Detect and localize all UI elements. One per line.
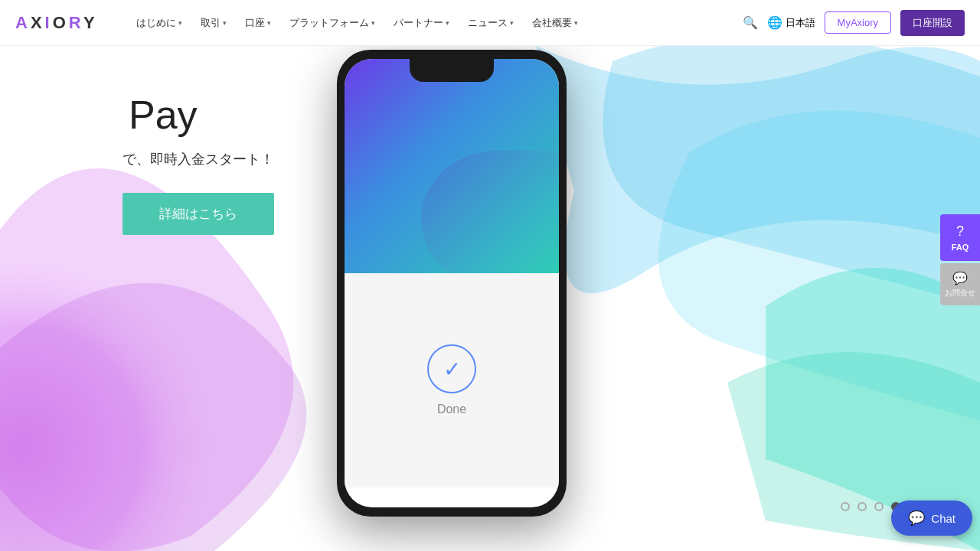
checkmark-icon: ✓ xyxy=(443,357,461,382)
inquiry-icon: 💬 xyxy=(952,271,968,285)
side-inquiry-button[interactable]: 💬 お問合せ xyxy=(940,263,980,305)
globe-icon: 🌐 xyxy=(767,15,782,30)
chat-label: Chat xyxy=(931,512,956,525)
phone-notch xyxy=(410,59,494,82)
question-icon: ? xyxy=(956,223,964,240)
hero-section: Pay で、即時入金スタート！ 詳細はこちら ✓ Done xyxy=(0,0,980,551)
logo[interactable]: AXIORY xyxy=(15,13,98,33)
chevron-icon: ▾ xyxy=(446,19,449,27)
nav-item-koza[interactable]: 口座 ▾ xyxy=(237,11,279,34)
nav-item-news[interactable]: ニュース ▾ xyxy=(460,11,521,34)
applepay-logo: Pay xyxy=(122,92,274,138)
chat-button[interactable]: 💬 Chat xyxy=(891,500,972,536)
checkmark-circle: ✓ xyxy=(427,344,476,393)
main-header: AXIORY はじめに ▾ 取引 ▾ 口座 ▾ プラットフォーム ▾ パートナー… xyxy=(0,0,980,46)
carousel-dot-0[interactable] xyxy=(841,502,850,511)
hero-content: Pay で、即時入金スタート！ 詳細はこちら xyxy=(122,92,274,235)
nav-item-partner[interactable]: パートナー ▾ xyxy=(386,11,457,34)
hero-subtitle: で、即時入金スタート！ xyxy=(122,150,274,168)
phone-screen: ✓ Done xyxy=(345,59,559,507)
inquiry-label: お問合せ xyxy=(945,289,975,298)
open-account-button[interactable]: 口座開設 xyxy=(900,10,965,36)
search-button[interactable]: 🔍 xyxy=(743,15,758,30)
phone-card-wave xyxy=(421,151,559,273)
main-nav: はじめに ▾ 取引 ▾ 口座 ▾ プラットフォーム ▾ パートナー ▾ ニュース… xyxy=(129,11,743,34)
nav-item-company[interactable]: 会社概要 ▾ xyxy=(524,11,586,34)
nav-item-hajimeni[interactable]: はじめに ▾ xyxy=(129,11,190,34)
header-right: 🔍 🌐 日本語 MyAxiory 口座開設 xyxy=(743,10,965,36)
carousel-dot-1[interactable] xyxy=(858,502,867,511)
chevron-icon: ▾ xyxy=(223,19,227,27)
pay-text: Pay xyxy=(129,92,198,138)
chevron-icon: ▾ xyxy=(574,19,578,27)
done-label: Done xyxy=(437,403,466,416)
chevron-icon: ▾ xyxy=(178,19,182,27)
phone-mockup: ✓ Done xyxy=(329,50,574,540)
faq-label: FAQ xyxy=(952,243,969,252)
carousel-dot-2[interactable] xyxy=(874,502,884,511)
chevron-icon: ▾ xyxy=(267,19,271,27)
myaxiory-button[interactable]: MyAxiory xyxy=(825,11,891,34)
side-faq-button[interactable]: ? FAQ xyxy=(940,214,980,261)
phone-outer: ✓ Done xyxy=(337,50,567,517)
phone-card-area xyxy=(345,59,559,273)
chevron-icon: ▾ xyxy=(510,19,514,27)
details-button[interactable]: 詳細はこちら xyxy=(122,193,274,235)
chat-icon: 💬 xyxy=(908,510,925,527)
language-selector[interactable]: 🌐 日本語 xyxy=(767,15,815,30)
chevron-icon: ▾ xyxy=(371,19,375,27)
phone-done-area: ✓ Done xyxy=(345,273,559,487)
nav-item-platform[interactable]: プラットフォーム ▾ xyxy=(282,11,383,34)
nav-item-torihiki[interactable]: 取引 ▾ xyxy=(193,11,234,34)
